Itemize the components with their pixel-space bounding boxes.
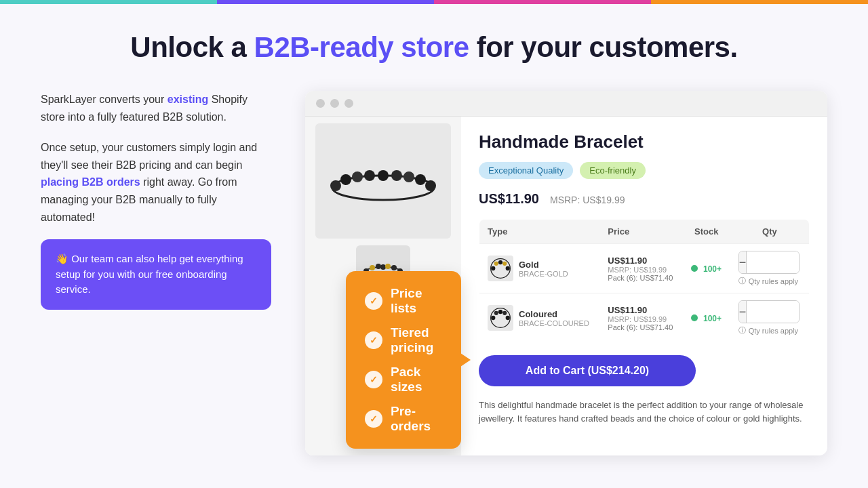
- svg-point-16: [391, 265, 397, 270]
- svg-point-26: [494, 311, 498, 315]
- svg-point-13: [376, 264, 381, 269]
- table-row: Coloured BRACE-COLOURED US$11.90 MSRP: U…: [479, 293, 810, 343]
- svg-point-2: [340, 174, 351, 185]
- row2-thumb-svg: [489, 306, 512, 329]
- svg-point-19: [491, 266, 495, 270]
- hero-title: Unlock a B2B-ready store for your custom…: [130, 31, 737, 64]
- svg-point-8: [415, 174, 426, 185]
- stock-label-1: 100+: [703, 264, 722, 274]
- bar-segment-3: [434, 0, 651, 4]
- para2-link: placing B2B orders: [41, 176, 140, 188]
- product-variants-table: Type Price Stock Qty: [479, 219, 810, 343]
- top-rainbow-bar: [0, 0, 868, 4]
- price-main: US$11.90: [479, 191, 539, 207]
- price-msrp: MSRP: US$19.99: [550, 195, 625, 205]
- onboarding-text: Our team can also help get everything se…: [56, 253, 243, 295]
- row1-msrp: MSRP: US$19.99: [608, 266, 674, 274]
- info-icon-1: ⓘ: [738, 276, 746, 286]
- svg-point-22: [502, 262, 507, 266]
- svg-point-4: [364, 170, 375, 181]
- svg-point-20: [494, 262, 498, 266]
- svg-point-6: [391, 170, 402, 181]
- td-type-1: Gold BRACE-GOLD: [479, 244, 600, 293]
- svg-point-25: [491, 316, 495, 320]
- th-qty: Qty: [730, 220, 810, 244]
- table-row: Gold BRACE-GOLD US$11.90 MSRP: US$19.99 …: [479, 244, 810, 293]
- feature-label-1: Price lists: [391, 286, 442, 316]
- td-price-1: US$11.90 MSRP: US$19.99 Pack (6): US$71.…: [599, 244, 682, 293]
- svg-point-9: [425, 180, 436, 191]
- product-image-panel: ✓ Price lists ✓ Tiered pricing ✓ Pack si…: [305, 117, 461, 455]
- price-row: US$11.90 MSRP: US$19.99: [479, 191, 810, 207]
- feature-label-3: Pack sizes: [391, 365, 442, 394]
- qty-input-1[interactable]: [746, 251, 799, 273]
- td-qty-1: − + ⓘ Qty rules apply: [730, 244, 810, 293]
- tag-exceptional-quality: Exceptional Quality: [479, 162, 573, 179]
- hero-title-highlight: B2B-ready store: [254, 31, 469, 63]
- qty-minus-2[interactable]: −: [739, 301, 747, 323]
- qty-minus-1[interactable]: −: [739, 251, 747, 273]
- row1-price: US$11.90: [608, 256, 674, 266]
- qty-input-2[interactable]: [746, 301, 799, 323]
- row1-thumb-svg: [489, 257, 512, 280]
- td-stock-1: 100+: [683, 244, 730, 293]
- row2-type-info: Coloured BRACE-COLOURED: [519, 309, 589, 327]
- svg-point-27: [498, 310, 502, 314]
- feature-item-1: ✓ Price lists: [365, 286, 442, 316]
- td-stock-2: 100+: [683, 293, 730, 343]
- check-icon-2: ✓: [365, 331, 382, 349]
- qty-rules-label-1: Qty rules apply: [749, 277, 798, 285]
- browser-dot-3: [344, 99, 353, 108]
- para1-link: existing: [167, 94, 208, 105]
- hero-title-after: for your customers.: [469, 31, 738, 63]
- stock-dot-2: [691, 314, 698, 321]
- td-price-2: US$11.90 MSRP: US$19.99 Pack (6): US$71.…: [599, 293, 682, 343]
- feature-item-3: ✓ Pack sizes: [365, 365, 442, 394]
- bar-segment-4: [651, 0, 868, 4]
- feature-item-4: ✓ Pre-orders: [365, 404, 442, 434]
- qty-rules-label-2: Qty rules apply: [749, 327, 798, 335]
- row1-type-sku: BRACE-GOLD: [519, 270, 568, 278]
- svg-point-29: [506, 316, 510, 320]
- product-name: Handmade Bracelet: [479, 131, 810, 152]
- svg-point-1: [330, 180, 341, 191]
- stock-label-2: 100+: [703, 314, 722, 323]
- tags-row: Exceptional Quality Eco-friendly: [479, 162, 810, 179]
- svg-point-15: [385, 264, 391, 269]
- para2: Once setup, your customers simply login …: [41, 139, 271, 226]
- qty-stepper-1[interactable]: − +: [738, 251, 800, 274]
- row2-type-name: Coloured: [519, 309, 589, 319]
- para1: SparkLayer converts your existing Shopif…: [41, 91, 271, 125]
- check-icon-3: ✓: [365, 371, 382, 388]
- browser-body: ✓ Price lists ✓ Tiered pricing ✓ Pack si…: [305, 117, 827, 455]
- row1-type-info: Gold BRACE-GOLD: [519, 260, 568, 278]
- svg-point-3: [352, 171, 363, 182]
- td-qty-2: − + ⓘ Qty rules apply: [730, 293, 810, 343]
- product-detail-panel: Handmade Bracelet Exceptional Quality Ec…: [461, 117, 827, 455]
- check-icon-4: ✓: [365, 410, 382, 428]
- row1-pack: Pack (6): US$71.40: [608, 274, 674, 282]
- bar-segment-2: [217, 0, 434, 4]
- qty-stepper-2[interactable]: − +: [738, 300, 800, 323]
- product-description: This delightful handmade bracelet is the…: [479, 399, 810, 425]
- browser-dot-2: [330, 99, 339, 108]
- feature-label-4: Pre-orders: [391, 404, 442, 434]
- onboarding-box: 👋 Our team can also help get everything …: [41, 239, 271, 310]
- feature-item-2: ✓ Tiered pricing: [365, 325, 442, 355]
- info-icon-2: ⓘ: [738, 325, 746, 336]
- row2-pack: Pack (6): US$71.40: [608, 323, 674, 331]
- tag-eco-friendly: Eco-friendly: [580, 162, 646, 179]
- svg-point-14: [380, 264, 386, 270]
- browser-dot-1: [316, 99, 325, 108]
- features-popup: ✓ Price lists ✓ Tiered pricing ✓ Pack si…: [346, 271, 461, 449]
- th-price: Price: [599, 220, 682, 244]
- row2-msrp: MSRP: US$19.99: [608, 315, 674, 323]
- bar-segment-1: [0, 0, 217, 4]
- browser-bar: [305, 91, 827, 117]
- row2-thumb: [488, 305, 513, 331]
- svg-point-28: [502, 311, 507, 315]
- para2-before: Once setup, your customers simply login …: [41, 142, 257, 171]
- add-to-cart-button[interactable]: Add to Cart (US$214.20): [479, 355, 696, 386]
- product-main-image: [315, 123, 451, 239]
- hero-title-before: Unlock a: [130, 31, 254, 63]
